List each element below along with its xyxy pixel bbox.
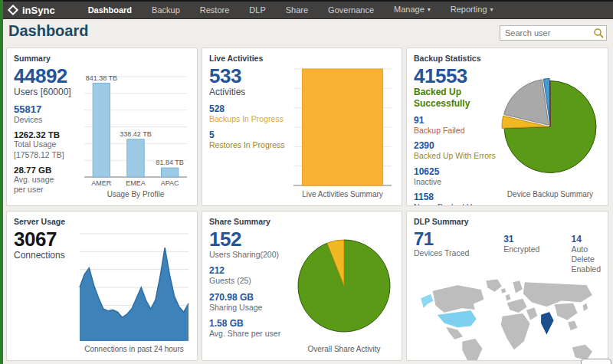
card-title: Summary — [14, 54, 190, 63]
avg-share-stat: 1.58 GB Avg. Share per user — [209, 318, 293, 339]
search-icon[interactable] — [593, 28, 604, 38]
devices-traced-stat: 71 Devices Traced — [414, 229, 503, 258]
restores-in-progress-stat: 5 Restores In Progress — [209, 130, 290, 150]
backup-failed-stat: 91 Backup Failed — [414, 115, 500, 136]
nav-item-manage[interactable]: Manage▾ — [384, 1, 441, 19]
live-activities-card: Live Activities 533 Activities 528 Backu… — [202, 48, 402, 206]
insync-logo[interactable]: inSync — [9, 5, 55, 16]
chart-caption: Overall Share Activity — [293, 345, 395, 353]
continent-south-america — [462, 339, 483, 361]
country-russia — [523, 282, 592, 307]
auto-delete-stat: 14 Auto Delete Enabled — [571, 229, 601, 274]
search-input[interactable] — [500, 25, 607, 41]
partial-widget-button[interactable] — [581, 359, 611, 364]
chevron-down-icon: ▾ — [490, 6, 493, 13]
diamond-logo-icon — [8, 5, 18, 15]
card-title: Server Usage — [14, 217, 190, 226]
top-navbar: inSync Dashboard Backup Restore DLP Shar… — [0, 0, 613, 19]
nav-item-reporting[interactable]: Reporting▾ — [441, 1, 503, 19]
svg-text:EMEA: EMEA — [126, 179, 146, 187]
card-title: Backup Statistics — [414, 54, 601, 63]
card-title: DLP Summary — [414, 217, 601, 226]
chart-caption: Connections in past 24 hours — [78, 345, 190, 353]
logo-text: inSync — [22, 5, 55, 16]
nav-item-dashboard[interactable]: Dashboard — [78, 2, 142, 18]
country-alaska-highlighted — [421, 294, 434, 309]
nav-item-governance[interactable]: Governance — [318, 2, 384, 18]
connections-area-chart — [78, 229, 190, 343]
region-se-asia — [568, 321, 579, 332]
card-title: Share Summary — [209, 217, 395, 226]
svg-text:841.38 TB: 841.38 TB — [86, 74, 117, 82]
region-middle-east — [526, 307, 538, 320]
share-summary-card: Share Summary 152 Users Sharing(200) 212… — [202, 211, 402, 361]
nav-item-restore[interactable]: Restore — [190, 2, 240, 18]
never-backed-up-stat: 1158 Never Backed Up — [414, 192, 500, 206]
svg-text:APAC: APAC — [161, 179, 179, 187]
sharing-usage-stat: 270.98 GB Sharing Usage — [209, 292, 293, 313]
dlp-summary-card: DLP Summary 71 Devices Traced 31 Encrypt… — [406, 211, 608, 361]
country-usa-highlighted — [437, 310, 477, 328]
page-header: Dashboard — [0, 19, 613, 47]
country-canada — [432, 285, 484, 313]
svg-text:AMER: AMER — [91, 179, 112, 187]
country-china — [554, 303, 578, 320]
backed-up-successfully-stat: 41553 Backed Up Successfully — [414, 66, 500, 110]
nav-item-dlp[interactable]: DLP — [239, 2, 275, 18]
chart-caption: Live Activities Summary — [290, 190, 395, 198]
country-japan — [582, 303, 588, 312]
device-backup-pie-chart — [500, 66, 601, 188]
chart-caption: Device Backup Summary — [500, 190, 601, 198]
page-title: Dashboard — [8, 22, 88, 40]
chevron-down-icon: ▾ — [428, 6, 431, 13]
connections-stat: 3067 Connections — [14, 229, 78, 261]
backup-statistics-card: Backup Statistics 41553 Backed Up Succes… — [406, 48, 608, 206]
users-sharing-stat: 152 Users Sharing(200) — [209, 229, 293, 260]
svg-text:81.84 TB: 81.84 TB — [156, 159, 183, 166]
backups-in-progress-stat: 528 Backups In Progress — [209, 103, 290, 124]
nav-item-share[interactable]: Share — [276, 2, 318, 18]
usage-by-profile-bar-chart: 841.38 TBAMER338.42 TBEMEA81.84 TBAPAC — [81, 66, 190, 188]
share-activity-pie-chart — [293, 229, 395, 343]
inactive-stat: 10625 Inactive — [414, 166, 500, 187]
devices-stat: 55817 Devices — [14, 103, 81, 125]
nav-item-backup[interactable]: Backup — [142, 2, 190, 18]
region-scandinavia — [513, 280, 523, 293]
world-map — [414, 276, 601, 361]
server-usage-card: Server Usage 3067 Connections Connection… — [6, 211, 198, 361]
live-activities-bar-chart — [290, 66, 395, 188]
country-mexico — [446, 326, 464, 339]
svg-text:338.42 TB: 338.42 TB — [120, 130, 151, 138]
chart-caption: Usage By Profile — [81, 190, 190, 198]
dashboard-grid: Summary 44892 Users [60000] 55817 Device… — [6, 48, 608, 361]
summary-card: Summary 44892 Users [60000] 55817 Device… — [6, 48, 198, 206]
guests-stat: 212 Guests (25) — [209, 265, 293, 286]
country-uk — [505, 294, 511, 302]
country-iceland — [500, 288, 506, 294]
country-india-highlighted — [541, 312, 554, 336]
country-greenland — [486, 279, 502, 292]
backed-up-with-errors-stat: 2390 Backed Up With Errors — [414, 140, 500, 161]
avg-usage-stat: 28.77 GB Avg. usage per user — [14, 166, 81, 195]
encrypted-stat: 31 Encrypted — [503, 229, 571, 254]
users-stat: 44892 Users [60000] — [14, 66, 81, 98]
activities-stat: 533 Activities — [209, 66, 290, 98]
window-left-edge — [0, 0, 3, 364]
card-title: Live Activities — [209, 54, 395, 63]
search-box — [500, 25, 607, 41]
continent-africa — [500, 313, 530, 350]
total-usage-stat: 1262.32 TB Total Usage [17578.12 TB] — [14, 130, 81, 159]
